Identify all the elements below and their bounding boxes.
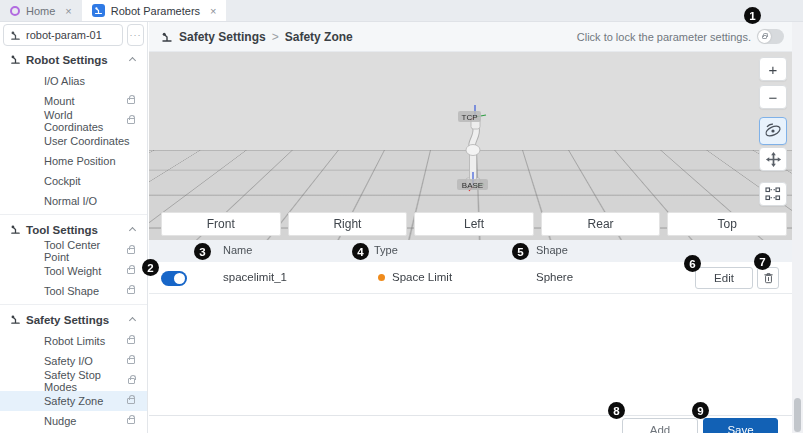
save-button[interactable]: Save — [703, 418, 778, 433]
lock-icon — [128, 378, 135, 384]
orbit-icon — [764, 122, 782, 140]
sidebar-item-robot-limits[interactable]: Robot Limits — [0, 331, 147, 351]
breadcrumb-current: Safety Zone — [285, 30, 353, 44]
lock-icon — [762, 35, 767, 39]
section-robot-settings[interactable]: Robot Settings — [0, 48, 147, 71]
annotation-badge-7: 7 — [754, 253, 771, 270]
lock-icon — [127, 98, 135, 104]
zone-type-label: Space Limit — [392, 271, 452, 283]
3d-viewer[interactable]: TCP BASE + − — [149, 52, 792, 240]
item-label: Safety I/O — [44, 355, 93, 367]
edit-button[interactable]: Edit — [695, 267, 753, 289]
delete-button[interactable] — [757, 267, 779, 289]
sidebar-item-tool-shape[interactable]: Tool Shape — [0, 281, 147, 301]
tab-home-label: Home — [26, 5, 55, 17]
sidebar-item-cockpit[interactable]: Cockpit — [0, 171, 147, 191]
lock-icon — [127, 288, 135, 294]
sidebar-item-tool-weight[interactable]: Tool Weight — [0, 261, 147, 281]
viewer-toolbar: + − — [759, 57, 787, 210]
lock-icon — [127, 418, 135, 424]
sidebar-item-nudge[interactable]: Nudge — [0, 411, 147, 431]
annotation-badge-9: 9 — [692, 402, 709, 419]
item-label: Robot Limits — [44, 335, 105, 347]
section-safety-settings[interactable]: Safety Settings — [0, 308, 147, 331]
zone-enabled-toggle[interactable] — [161, 271, 187, 286]
sidebar-item-home-position[interactable]: Home Position — [0, 151, 147, 171]
sidebar-item-safety-stop-modes[interactable]: Safety Stop Modes — [0, 371, 147, 391]
measure-tool-button[interactable] — [759, 182, 787, 206]
robot-icon — [92, 4, 105, 17]
view-right-button[interactable]: Right — [288, 212, 408, 236]
close-icon[interactable]: × — [210, 5, 216, 17]
annotation-badge-6: 6 — [684, 255, 701, 272]
more-options-button[interactable]: ··· — [127, 24, 144, 46]
main-panel: Safety Settings > Safety Zone Click to l… — [149, 22, 792, 433]
sidebar-item-mount[interactable]: Mount — [0, 91, 147, 111]
annotation-badge-8: 8 — [608, 402, 625, 419]
lock-hint-text: Click to lock the parameter settings. — [577, 31, 751, 43]
zone-table-body — [149, 294, 792, 415]
robot-icon — [10, 54, 21, 65]
vertical-scrollbar[interactable] — [792, 22, 803, 433]
home-icon — [10, 6, 20, 16]
annotation-badge-2: 2 — [142, 259, 159, 276]
sidebar-item-user-coordinates[interactable]: User Coordinates — [0, 131, 147, 151]
column-shape: Shape — [536, 244, 568, 256]
section-label: Robot Settings — [26, 54, 108, 66]
lock-icon — [127, 248, 135, 254]
view-front-button[interactable]: Front — [161, 212, 281, 236]
tab-bar: Home × Robot Parameters × — [0, 0, 803, 22]
robot-icon — [10, 30, 21, 41]
zone-shape: Sphere — [536, 271, 573, 283]
divider — [0, 214, 147, 215]
param-header: robot-param-01 ··· — [0, 22, 147, 48]
tab-robot-parameters[interactable]: Robot Parameters × — [82, 0, 227, 21]
section-label: Tool Settings — [26, 224, 98, 236]
param-name: robot-param-01 — [26, 29, 102, 41]
lock-icon — [127, 268, 135, 274]
item-label: Tool Shape — [44, 285, 99, 297]
divider — [0, 304, 147, 305]
parameter-lock-toggle[interactable] — [757, 29, 784, 44]
lock-icon — [127, 338, 135, 344]
item-label: World Coordinates — [44, 109, 127, 133]
sidebar-item-tool-center-point[interactable]: Tool Center Point — [0, 241, 147, 261]
close-icon[interactable]: × — [65, 5, 71, 17]
sidebar-item-world-coordinates[interactable]: World Coordinates — [0, 111, 147, 131]
orbit-tool-button[interactable] — [759, 117, 787, 145]
sidebar-item-safety-io[interactable]: Safety I/O — [0, 351, 147, 371]
view-top-button[interactable]: Top — [667, 212, 787, 236]
sidebar-item-io-alias[interactable]: I/O Alias — [0, 71, 147, 91]
item-label: Normal I/O — [44, 195, 97, 207]
add-button[interactable]: Add — [622, 418, 698, 433]
item-label: Cockpit — [44, 175, 81, 187]
column-name: Name — [223, 244, 252, 256]
scrollbar-thumb[interactable] — [794, 398, 801, 432]
item-label: User Coordinates — [44, 135, 130, 147]
tcp-label: TCP — [462, 113, 478, 122]
tab-robot-parameters-label: Robot Parameters — [111, 5, 200, 17]
toggle-knob — [758, 30, 771, 43]
chevron-up-icon — [129, 57, 136, 64]
zone-type: Space Limit — [378, 271, 452, 283]
sidebar: robot-param-01 ··· Robot Settings I/O Al… — [0, 22, 148, 433]
item-label: Tool Center Point — [44, 239, 127, 263]
item-label: I/O Alias — [44, 75, 85, 87]
type-dot-icon — [378, 274, 385, 281]
section-tool-settings[interactable]: Tool Settings — [0, 218, 147, 241]
item-label: Mount — [44, 95, 75, 107]
base-label: BASE — [462, 181, 483, 190]
robot-model: TCP BASE — [450, 102, 496, 197]
zoom-out-button[interactable]: − — [759, 85, 787, 109]
pan-tool-button[interactable] — [759, 147, 787, 171]
robot-parameters-app: Home × Robot Parameters × robot-param-01… — [0, 0, 803, 433]
zoom-in-button[interactable]: + — [759, 57, 787, 81]
view-rear-button[interactable]: Rear — [541, 212, 661, 236]
view-left-button[interactable]: Left — [414, 212, 534, 236]
breadcrumb-parent[interactable]: Safety Settings — [179, 30, 266, 44]
tab-home[interactable]: Home × — [0, 0, 82, 21]
sidebar-item-safety-zone[interactable]: Safety Zone — [0, 391, 147, 411]
sidebar-item-normal-io[interactable]: Normal I/O — [0, 191, 147, 211]
chevron-up-icon — [129, 317, 136, 324]
param-name-field[interactable]: robot-param-01 — [3, 24, 123, 46]
